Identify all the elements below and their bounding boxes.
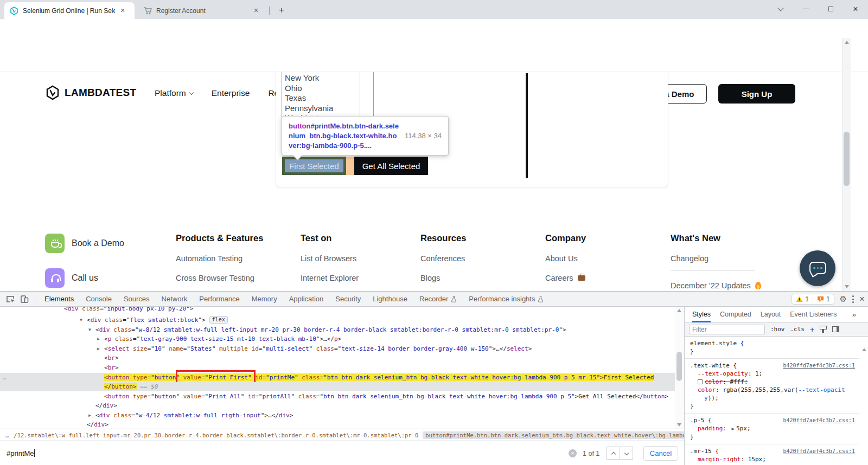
- css-selector[interactable]: .mr-15 {: [690, 448, 719, 455]
- toggle-hover-state[interactable]: :hov: [770, 326, 785, 333]
- scroll-up-arrow-icon[interactable]: [677, 309, 681, 312]
- devtools-tab-console[interactable]: Console: [80, 292, 118, 307]
- scroll-down-arrow-icon[interactable]: [677, 423, 681, 427]
- css-selector[interactable]: element.style {: [690, 340, 744, 347]
- dom-tree-node[interactable]: …<button type="button" value="Print Firs…: [0, 373, 675, 382]
- dom-tree-node[interactable]: ▶<div class="w-4/12 smtablet:w-full rigt…: [0, 411, 675, 420]
- styles-tab-layout[interactable]: Layout: [761, 307, 781, 322]
- dom-tree-node[interactable]: ▶<p class="text-gray-900 text-size-15 mt…: [0, 334, 675, 344]
- dom-tree-node[interactable]: </button> == $0: [0, 382, 675, 391]
- css-property[interactable]: padding: ▶5px;: [690, 424, 856, 433]
- footer-link[interactable]: Automation Testing: [176, 254, 290, 263]
- page-scrollbar[interactable]: [842, 38, 851, 291]
- signup-button[interactable]: Sign Up: [718, 84, 795, 104]
- dom-tree-node[interactable]: ▼<div class="w-8/12 smtablet:w-full left…: [0, 325, 675, 334]
- lambdatest-logo[interactable]: LAMBDATEST: [45, 85, 136, 100]
- flex-badge[interactable]: flex: [209, 316, 228, 324]
- tab-search-icon[interactable]: [768, 0, 793, 18]
- devtools-tab-lighthouse[interactable]: Lighthouse: [367, 292, 413, 307]
- first-selected-button[interactable]: First Selected: [282, 157, 346, 175]
- css-property[interactable]: color: #fff;: [690, 378, 856, 386]
- select-option[interactable]: Texas: [282, 93, 373, 104]
- devtools-tab-application[interactable]: Application: [283, 292, 330, 307]
- search-cancel-button[interactable]: Cancel: [643, 446, 678, 461]
- devtools-tab-memory[interactable]: Memory: [246, 292, 283, 307]
- dom-tree-node[interactable]: ▼<div class="flex smtablet:block">flex: [0, 315, 675, 325]
- dom-tree-node[interactable]: <button type="button" value="Print All" …: [0, 392, 675, 401]
- close-window-button[interactable]: ×: [843, 0, 868, 18]
- scrollbar-thumb[interactable]: [844, 132, 850, 186]
- search-clear-icon[interactable]: ×: [569, 449, 577, 457]
- collapse-arrow-icon[interactable]: ▼: [80, 315, 82, 325]
- footer-link[interactable]: Internet Explorer: [301, 274, 414, 282]
- scroll-down-arrow-icon[interactable]: [845, 285, 849, 288]
- css-property[interactable]: --text-opacity: 1;: [690, 370, 856, 378]
- browser-tab-register[interactable]: Register Account ×: [138, 2, 267, 19]
- devtools-tab-sources[interactable]: Sources: [118, 292, 156, 307]
- scrollbar-thumb[interactable]: [676, 352, 682, 381]
- footer-link[interactable]: Careers: [545, 274, 659, 282]
- breadcrumb-parent[interactable]: /12.smtablet\:w-full.left-input.mr-20.pr…: [14, 432, 418, 438]
- footer-book-demo[interactable]: Book a Demo: [45, 234, 124, 253]
- footer-link[interactable]: December '22 Updates: [671, 281, 784, 290]
- minimize-button[interactable]: [793, 0, 818, 18]
- toggle-element-classes[interactable]: .cls: [790, 326, 805, 333]
- css-property[interactable]: color: rgba(255,255,255,var(--text-opaci…: [690, 386, 856, 402]
- select-option[interactable]: Ohio: [282, 83, 373, 94]
- stylesheet-link[interactable]: b420ffd7aef4c3b7.css:1: [783, 416, 855, 424]
- scroll-up-arrow-icon[interactable]: [845, 41, 849, 44]
- devtools-tab-network[interactable]: Network: [156, 292, 194, 307]
- get-all-selected-button[interactable]: Get All Selected: [354, 157, 428, 175]
- breadcrumb-selected[interactable]: button#printMe.btn.btn-dark.selenium_btn…: [423, 431, 684, 439]
- dom-tree-node[interactable]: </div>: [0, 401, 675, 410]
- devtools-close-icon[interactable]: ×: [859, 294, 865, 305]
- search-next-button[interactable]: [620, 447, 633, 460]
- css-property[interactable]: margin-right: 15px;: [690, 455, 856, 463]
- search-input[interactable]: #printMe: [7, 449, 35, 457]
- new-style-rule-icon[interactable]: +: [810, 325, 814, 334]
- expand-arrow-icon[interactable]: ▶: [88, 411, 91, 420]
- footer-link[interactable]: List of Browsers: [301, 254, 414, 263]
- color-swatch-icon[interactable]: [698, 379, 703, 384]
- new-tab-button[interactable]: +: [275, 4, 289, 18]
- styles-filter-input[interactable]: Filter: [689, 325, 765, 334]
- select-option[interactable]: New York: [282, 72, 373, 83]
- expand-shorthand-icon[interactable]: ▶: [732, 426, 735, 431]
- nav-item-platform[interactable]: Platform: [155, 88, 193, 98]
- footer-link[interactable]: About Us: [545, 254, 659, 263]
- tab-close-icon[interactable]: ×: [252, 7, 260, 15]
- rendering-icon[interactable]: [820, 326, 827, 333]
- restore-button[interactable]: [818, 0, 843, 18]
- warnings-badge[interactable]: 1: [792, 294, 813, 304]
- dom-tree-node[interactable]: <div class="input-body px-10 py-20">: [0, 307, 675, 313]
- collapse-arrow-icon[interactable]: ▼: [88, 325, 91, 334]
- expand-arrow-icon[interactable]: ▶: [97, 334, 100, 344]
- styles-tab-styles[interactable]: Styles: [692, 307, 711, 322]
- footer-link[interactable]: Changelog: [671, 254, 755, 270]
- scroll-up-arrow-icon[interactable]: [862, 348, 866, 351]
- elements-scrollbar[interactable]: [675, 307, 684, 429]
- sidebar-position-icon[interactable]: [832, 326, 839, 332]
- devtools-menu-icon[interactable]: [852, 295, 854, 303]
- node-menu-icon[interactable]: …: [3, 373, 7, 382]
- footer-link[interactable]: Conferences: [420, 254, 534, 263]
- dom-tree-node[interactable]: </div>: [0, 420, 675, 429]
- css-selector[interactable]: .text-white {: [690, 362, 737, 369]
- issues-badge[interactable]: 1: [813, 294, 834, 304]
- devtools-settings-icon[interactable]: ⚙: [840, 294, 847, 304]
- footer-link[interactable]: Blogs: [420, 274, 534, 282]
- stylesheet-link[interactable]: b420ffd7aef4c3b7.css:1: [783, 361, 855, 370]
- device-toolbar-icon[interactable]: [17, 293, 31, 306]
- select-option[interactable]: Pennsylvania: [282, 104, 373, 114]
- dom-tree-node[interactable]: <br>: [0, 353, 675, 363]
- styles-tab-event-listeners[interactable]: Event Listeners: [790, 307, 837, 322]
- nav-item-enterprise[interactable]: Enterprise: [212, 88, 250, 98]
- states-multiselect[interactable]: New YorkOhioTexasPennsylvaniaWashington: [282, 72, 374, 121]
- devtools-tab-performance-insights[interactable]: Performance insights: [463, 292, 550, 307]
- more-tabs-icon[interactable]: »: [852, 311, 856, 319]
- browser-tab-selenium[interactable]: Selenium Grid Online | Run Selen ×: [4, 2, 135, 19]
- devtools-tab-recorder[interactable]: Recorder: [413, 292, 463, 307]
- dom-tree-node[interactable]: ▶<select size="10" name="States" multipl…: [0, 344, 675, 353]
- footer-call-us[interactable]: Call us: [45, 268, 98, 288]
- search-prev-button[interactable]: [607, 447, 620, 460]
